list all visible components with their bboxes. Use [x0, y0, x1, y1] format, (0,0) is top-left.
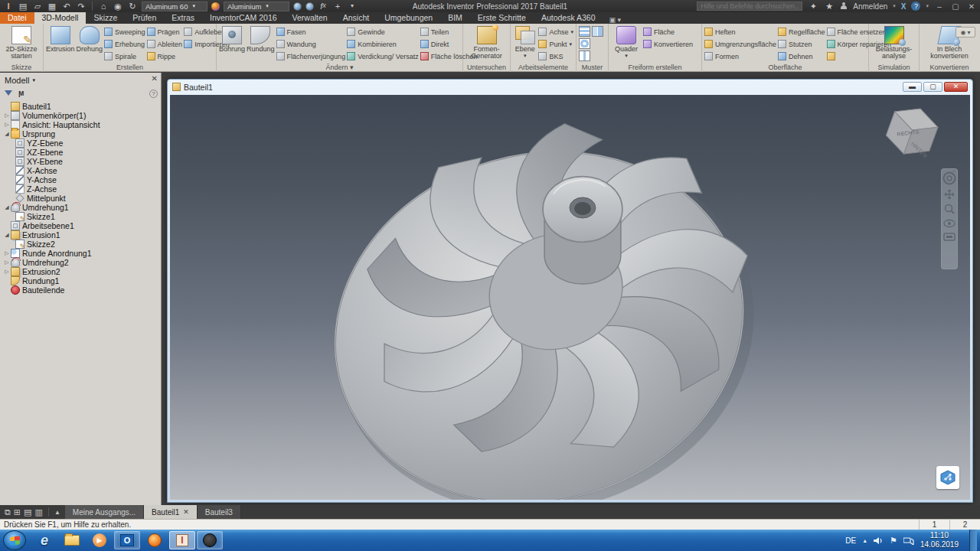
tree-item-skizze2[interactable]: Skizze2 [3, 240, 161, 249]
tab-datei[interactable]: Datei [0, 12, 34, 24]
clear-appearance-icon[interactable] [293, 2, 302, 11]
taskbar-recorder[interactable] [197, 531, 223, 549]
bohrung-button[interactable]: Bohrung [219, 25, 245, 53]
help-search-input[interactable] [697, 2, 802, 11]
tree-item-xz-ebene[interactable]: XZ-Ebene [3, 148, 161, 157]
tab-pruefen[interactable]: Prüfen [125, 12, 164, 24]
browser-close-icon[interactable]: ✕ [152, 74, 158, 83]
appearance-ball-icon[interactable] [211, 2, 220, 11]
home-view-icon[interactable]: ⌂ [98, 2, 109, 11]
sketch-pattern-icon[interactable] [579, 51, 590, 61]
tab-autodesk-a360[interactable]: Autodesk A360 [534, 12, 603, 24]
network-icon[interactable] [903, 536, 914, 545]
tab-bauteil3[interactable]: Bauteil3 [198, 505, 241, 519]
tab-3d-modell[interactable]: 3D-Modell [34, 12, 87, 24]
clock[interactable]: 11:10 14.06.2019 [920, 531, 963, 549]
viewport[interactable]: RECHTS HINTEN ✕ [170, 95, 970, 500]
bks-button[interactable]: BKS [538, 51, 573, 62]
tree-item-umdrehung1[interactable]: ◢Umdrehung1 [3, 203, 161, 212]
look-at-icon[interactable] [943, 233, 956, 241]
tree-item-umdrehung2[interactable]: ▷Umdrehung2 [3, 258, 161, 267]
taskbar-internet-explorer[interactable]: e [31, 531, 57, 549]
tree-item-y-achse[interactable]: Y-Achse [3, 175, 161, 184]
render-icon[interactable]: ◉ [113, 2, 123, 11]
cascade-windows-icon[interactable]: ⧉ [5, 507, 11, 517]
dehnen-button[interactable]: Dehnen [778, 51, 825, 62]
navbar-close-icon[interactable]: ✕ [952, 168, 956, 174]
minimize-button[interactable]: – [934, 2, 945, 11]
expander-icon[interactable]: ◢ [3, 204, 11, 210]
tab-meine-ausgangsansicht[interactable]: Meine Ausgangs... [65, 505, 144, 519]
flaechenverjuengung-button[interactable]: Flächenverjüngung [276, 51, 346, 62]
praegen-button[interactable]: Prägen [147, 26, 183, 37]
favorites-icon[interactable] [824, 2, 835, 11]
navigation-bar[interactable]: ✕ [941, 168, 958, 269]
tree-item-extrusion1[interactable]: ◢Extrusion1 [3, 230, 161, 240]
regelflaeche-button[interactable]: Regelfläche [778, 26, 825, 37]
stutzen-button[interactable]: Stutzen [778, 38, 825, 50]
taskbar-explorer[interactable] [59, 531, 85, 549]
expander-icon[interactable]: ▷ [3, 259, 11, 266]
achse-button[interactable]: Achse ▾ [538, 26, 573, 37]
taskbar-outlook[interactable]: O [114, 531, 140, 549]
doc-restore-button[interactable]: ▢ [923, 82, 942, 92]
language-indicator[interactable]: DE [845, 536, 856, 545]
expand-strip-icon[interactable]: ▲ [54, 509, 60, 516]
taskbar-firefox[interactable] [142, 531, 168, 549]
impeller-model[interactable] [170, 95, 970, 500]
browser-help-icon[interactable]: ? [149, 90, 158, 98]
tree-item-ansicht[interactable]: ▷Ansicht: Hauptansicht [3, 120, 161, 129]
circular-pattern-icon[interactable] [579, 38, 590, 49]
spirale-button[interactable]: Spirale [104, 51, 145, 62]
signin-link[interactable]: Anmelden [853, 2, 887, 11]
expander-icon[interactable]: ◢ [3, 232, 11, 238]
open-icon[interactable]: ▱ [32, 2, 43, 11]
volume-icon[interactable] [874, 536, 884, 545]
fasen-button[interactable]: Fasen [276, 26, 346, 37]
tile-windows-icon[interactable]: ⊞ [14, 507, 21, 517]
pan-icon[interactable] [944, 190, 955, 199]
tree-item-ursprung[interactable]: ◢Ursprung [3, 129, 161, 139]
expander-icon[interactable]: ▷ [3, 250, 11, 256]
capture-icon[interactable]: ▣ ▾ [609, 16, 622, 24]
gewinde-button[interactable]: Gewinde [347, 26, 419, 37]
orbit-icon[interactable] [943, 219, 956, 228]
viewcube[interactable]: RECHTS HINTEN [881, 103, 942, 164]
tab-ansicht[interactable]: Ansicht [335, 12, 377, 24]
umgrenzungsflaeche-button[interactable]: Umgrenzungsfläche [704, 38, 776, 50]
appearance-select[interactable]: Aluminium▾ [224, 2, 289, 11]
tree-item-runde-anordnung1[interactable]: ▷Runde Anordnung1 [3, 249, 161, 258]
tree-item-bauteil1[interactable]: Bauteil1 [3, 102, 161, 111]
search-icon[interactable] [808, 2, 818, 11]
start-button[interactable] [3, 530, 26, 550]
tree-item-bauteilende[interactable]: Bauteilende [3, 285, 161, 295]
arrange-horizontal-icon[interactable]: ▤ [24, 507, 31, 517]
filter-icon[interactable] [5, 90, 12, 96]
tree-item-skizze1[interactable]: Skizze1 [3, 212, 161, 221]
expander-icon[interactable]: ▷ [3, 112, 11, 119]
browser-header[interactable]: Modell ▾ [0, 73, 161, 86]
help-icon[interactable]: ? [911, 2, 920, 11]
show-desktop-button[interactable] [969, 530, 977, 551]
freiform-flaeche-button[interactable]: Fläche [643, 26, 693, 37]
zoom-icon[interactable] [944, 204, 955, 214]
ableiten-button[interactable]: Ableiten [147, 38, 183, 50]
extrusion-button[interactable]: Extrusion [46, 25, 75, 53]
qat-dropdown-icon[interactable]: ▾ [347, 2, 358, 11]
tab-bauteil1[interactable]: Bauteil1✕ [144, 505, 198, 519]
tree-item-z-achse[interactable]: Z-Achse [3, 184, 161, 194]
rundung-button[interactable]: Rundung [247, 25, 275, 53]
signin-dropdown-icon[interactable]: ▾ [893, 3, 896, 9]
belastungsanalyse-button[interactable]: Belastungs- analyse [872, 25, 916, 60]
erhebung-button[interactable]: Erhebung [104, 38, 145, 50]
tree-item-rundung1[interactable]: Rundung1 [3, 276, 161, 285]
formen-button[interactable]: Formen [704, 51, 776, 62]
material-select[interactable]: Aluminum 60▾ [142, 2, 207, 11]
tab-close-icon[interactable]: ✕ [183, 508, 189, 516]
tab-erste-schritte[interactable]: Erste Schritte [470, 12, 534, 24]
tree-item-x-achse[interactable]: X-Achse [3, 166, 161, 175]
group-label-aendern[interactable]: Ändern ▾ [217, 63, 462, 72]
tree-item-xy-ebene[interactable]: XY-Ebene [3, 157, 161, 166]
parameters-fx-icon[interactable]: fx [318, 2, 328, 11]
help-dropdown-icon[interactable]: ▾ [926, 3, 929, 9]
